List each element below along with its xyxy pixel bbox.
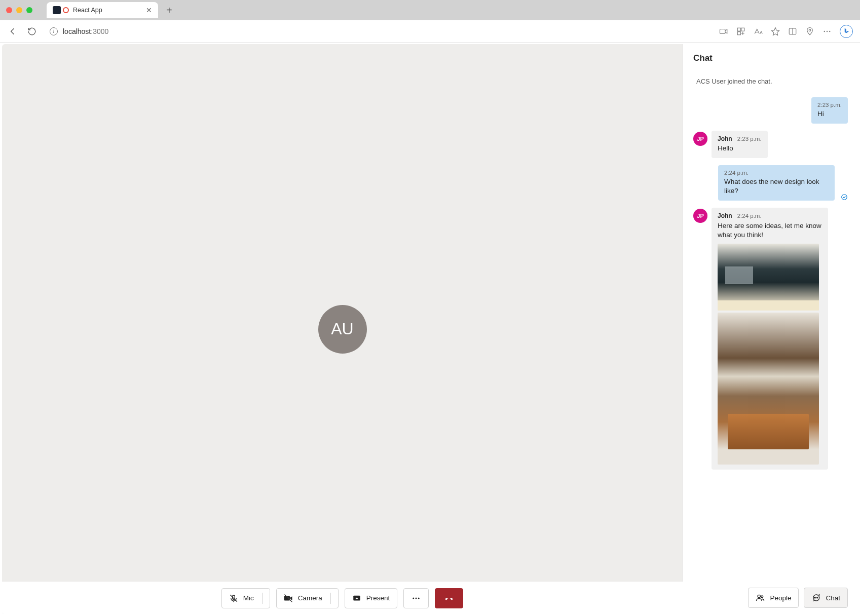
hangup-button[interactable] <box>435 588 463 608</box>
text-size-icon[interactable] <box>754 27 763 36</box>
mic-button[interactable]: Mic <box>221 588 270 608</box>
message-sender: John <box>718 135 732 143</box>
people-icon <box>756 593 765 602</box>
message-text: What does the new design look like? <box>724 177 829 196</box>
split-screen-icon[interactable] <box>788 27 797 36</box>
camera-off-icon <box>284 594 293 603</box>
window-controls <box>6 7 32 13</box>
minimize-window-button[interactable] <box>16 7 22 13</box>
message-images <box>718 244 822 465</box>
favicon-icon <box>53 6 61 14</box>
tab-bar: React App ✕ + <box>0 0 860 20</box>
message-time: 2:24 p.m. <box>724 169 829 177</box>
chat-icon <box>811 593 820 602</box>
chat-messages[interactable]: ACS User joined the chat. 2:23 p.m. Hi J… <box>683 67 858 582</box>
toolbar-right <box>719 25 853 38</box>
attached-image-kitchen[interactable] <box>718 244 819 311</box>
hangup-icon <box>444 594 454 603</box>
svg-point-6 <box>824 30 825 31</box>
close-window-button[interactable] <box>6 7 12 13</box>
sender-avatar: JP <box>693 132 707 146</box>
app-container: AU You Chat ACS User joined the chat. 2:… <box>2 44 858 614</box>
present-label: Present <box>366 594 390 602</box>
message-row: JP John 2:23 p.m. Hello <box>693 131 848 159</box>
message-time: 2:24 p.m. <box>737 212 762 220</box>
system-message: ACS User joined the chat. <box>693 72 848 90</box>
present-button[interactable]: Present <box>345 588 398 608</box>
svg-point-9 <box>842 195 847 200</box>
message-row: 2:23 p.m. Hi <box>693 97 848 124</box>
message-row: JP John 2:24 p.m. Here are some ideas, l… <box>693 208 848 470</box>
message-text: Hi <box>817 109 842 119</box>
mic-off-icon <box>229 594 238 603</box>
more-options-button[interactable] <box>403 588 429 608</box>
close-tab-button[interactable]: ✕ <box>146 6 152 14</box>
message-sender: John <box>718 212 732 220</box>
right-controls: People Chat <box>683 582 858 614</box>
people-label: People <box>770 594 791 602</box>
message-text: Hello <box>718 144 762 153</box>
site-info-icon[interactable]: i <box>50 27 58 35</box>
browser-chrome: React App ✕ + i localhost:3000 <box>0 0 860 43</box>
svg-point-16 <box>814 597 815 598</box>
svg-point-14 <box>758 595 761 597</box>
bing-chat-icon[interactable] <box>840 25 853 38</box>
message-time: 2:23 p.m. <box>817 101 842 109</box>
svg-point-15 <box>761 596 763 598</box>
svg-rect-0 <box>720 29 726 33</box>
chat-toggle-button[interactable]: Chat <box>804 588 848 608</box>
svg-rect-2 <box>741 28 744 31</box>
refresh-button[interactable] <box>26 26 38 37</box>
call-controls: Mic Camera Present <box>2 582 683 614</box>
video-area: AU You <box>2 44 683 614</box>
message-bubble: John 2:23 p.m. Hello <box>712 131 768 159</box>
collections-icon[interactable] <box>805 27 814 36</box>
svg-rect-3 <box>737 31 740 34</box>
browser-tab[interactable]: React App ✕ <box>47 2 158 18</box>
svg-point-5 <box>809 29 811 31</box>
read-receipt-icon <box>841 194 848 201</box>
extensions-icon[interactable] <box>736 27 745 36</box>
favorites-icon[interactable] <box>771 27 780 36</box>
camera-button[interactable]: Camera <box>276 588 339 608</box>
back-button[interactable] <box>7 26 18 37</box>
chat-label: Chat <box>826 594 840 602</box>
more-menu-icon[interactable] <box>822 27 832 36</box>
message-text: Here are some ideas, let me know what yo… <box>718 221 822 240</box>
url-bar[interactable]: i localhost:3000 <box>46 23 711 40</box>
svg-point-7 <box>827 30 828 31</box>
participant-avatar: AU <box>318 305 367 354</box>
tab-title: React App <box>73 7 142 14</box>
present-icon <box>352 594 361 603</box>
svg-rect-1 <box>737 28 740 31</box>
avatar-initials: AU <box>331 320 353 338</box>
attached-image-living-room[interactable] <box>718 313 819 465</box>
message-bubble: John 2:24 p.m. Here are some ideas, let … <box>712 208 828 470</box>
more-icon <box>412 594 421 603</box>
svg-point-18 <box>817 597 818 598</box>
mic-label: Mic <box>243 594 254 602</box>
chat-panel: Chat ACS User joined the chat. 2:23 p.m.… <box>683 44 858 614</box>
message-time: 2:23 p.m. <box>737 135 762 143</box>
url-text: localhost:3000 <box>63 27 108 35</box>
camera-label: Camera <box>298 594 322 602</box>
address-bar: i localhost:3000 <box>0 20 860 43</box>
chat-header: Chat <box>683 44 858 67</box>
svg-point-11 <box>413 597 415 599</box>
svg-point-13 <box>418 597 420 599</box>
message-row: 2:24 p.m. What does the new design look … <box>693 165 848 201</box>
svg-point-12 <box>416 597 417 599</box>
people-button[interactable]: People <box>748 588 799 608</box>
video-capture-icon[interactable] <box>719 27 728 36</box>
svg-point-8 <box>829 30 830 31</box>
maximize-window-button[interactable] <box>26 7 32 13</box>
new-tab-button[interactable]: + <box>166 5 172 16</box>
message-bubble: 2:24 p.m. What does the new design look … <box>718 165 835 201</box>
recording-icon <box>63 7 69 13</box>
sender-avatar: JP <box>693 209 707 223</box>
message-bubble: 2:23 p.m. Hi <box>811 97 848 124</box>
svg-point-17 <box>816 597 817 598</box>
